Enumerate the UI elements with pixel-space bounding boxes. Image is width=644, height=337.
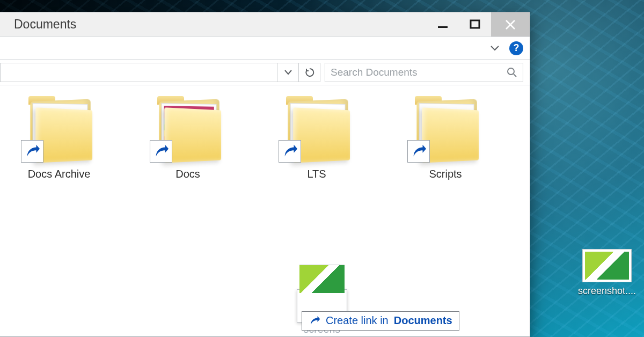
close-button[interactable] (491, 12, 530, 36)
ribbon-bar: ? (0, 37, 530, 60)
shortcut-overlay-icon (21, 140, 43, 163)
refresh-button[interactable] (298, 63, 320, 82)
chevron-down-icon (284, 68, 292, 77)
shortcut-overlay-icon (407, 140, 430, 163)
minimize-button[interactable] (427, 12, 459, 36)
folder-shortcut-item[interactable]: LTS (268, 95, 365, 180)
maximize-button[interactable] (459, 12, 491, 36)
folder-label: LTS (268, 168, 365, 180)
svg-rect-0 (438, 26, 448, 28)
help-icon: ? (514, 42, 519, 54)
tooltip-target-text: Documents (394, 314, 452, 327)
image-thumbnail-icon (582, 249, 632, 282)
address-history-button[interactable] (277, 63, 298, 82)
folder-icon (276, 95, 357, 165)
drop-action-tooltip: Create link in Documents (302, 311, 459, 331)
folder-label: Docs (140, 168, 236, 180)
folder-label: Docs Archive (11, 168, 107, 180)
shortcut-overlay-icon (150, 140, 172, 163)
refresh-icon (305, 68, 314, 77)
help-button[interactable]: ? (509, 41, 523, 55)
navigation-bar (0, 60, 530, 85)
svg-point-2 (508, 68, 514, 75)
folder-icon (148, 95, 228, 165)
address-bar[interactable] (0, 63, 320, 82)
shortcut-overlay-icon (279, 140, 301, 163)
title-bar[interactable]: Documents (0, 12, 530, 37)
folder-label: Scripts (397, 168, 494, 180)
search-icon (507, 67, 517, 78)
desktop-file-item[interactable]: screenshot.... (575, 249, 639, 297)
search-box[interactable] (325, 63, 523, 82)
folder-icon (405, 95, 486, 165)
explorer-window: Documents ? (0, 12, 530, 337)
svg-rect-1 (471, 20, 479, 28)
desktop-file-label: screenshot.... (575, 285, 639, 297)
ribbon-expand-button[interactable] (488, 41, 502, 55)
folder-shortcut-item[interactable]: Docs Archive (11, 95, 107, 180)
chevron-down-icon (490, 43, 500, 53)
folder-shortcut-item[interactable]: Docs (140, 95, 236, 180)
folder-icon (19, 95, 99, 165)
search-input[interactable] (331, 67, 501, 78)
shortcut-arrow-icon (309, 315, 320, 327)
folder-content-area[interactable]: Docs Archive Docs LTS Scripts (0, 85, 530, 336)
folder-shortcut-item[interactable]: Scripts (397, 95, 494, 180)
tooltip-action-text: Create link in (326, 314, 389, 327)
window-title: Documents (14, 17, 76, 32)
